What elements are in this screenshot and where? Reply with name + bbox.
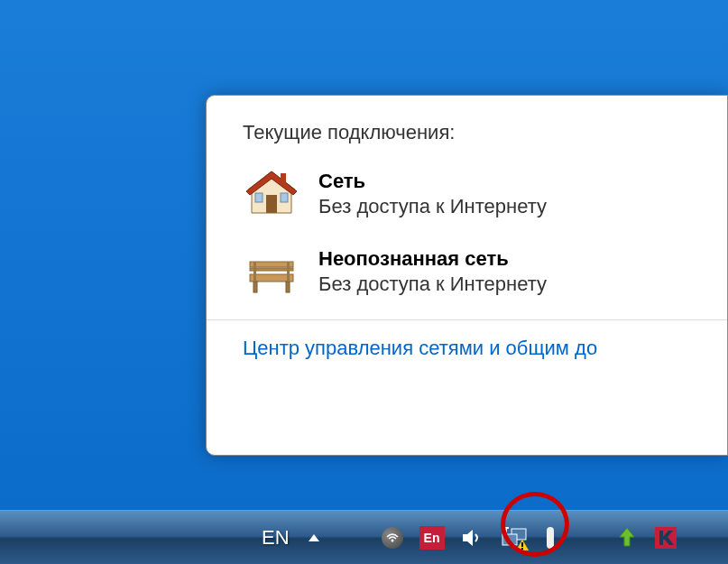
wifi-tray-icon[interactable] bbox=[382, 520, 403, 556]
connection-name: Неопознанная сеть bbox=[318, 247, 547, 271]
warning-overlay-icon bbox=[515, 539, 530, 551]
svg-rect-2 bbox=[266, 195, 277, 213]
svg-rect-6 bbox=[250, 262, 293, 267]
svg-rect-10 bbox=[286, 282, 290, 292]
separator bbox=[207, 319, 727, 320]
connection-name: Сеть bbox=[318, 170, 547, 193]
bench-icon bbox=[243, 245, 300, 296]
connection-text: Сеть Без доступа к Интернету bbox=[318, 168, 547, 218]
svg-rect-21 bbox=[521, 542, 523, 547]
update-tray-icon[interactable] bbox=[616, 520, 638, 556]
connection-status: Без доступа к Интернету bbox=[318, 273, 547, 296]
tray-item-generic[interactable] bbox=[573, 520, 600, 556]
tray-item-white[interactable] bbox=[544, 520, 557, 556]
language-en-box[interactable]: En bbox=[419, 520, 445, 556]
desktop-background: Текущие подключения: Сеть Без доступа к … bbox=[0, 0, 728, 564]
svg-rect-5 bbox=[281, 173, 286, 184]
svg-rect-3 bbox=[255, 193, 263, 202]
connection-text: Неопознанная сеть Без доступа к Интернет… bbox=[318, 245, 547, 296]
svg-marker-15 bbox=[463, 530, 473, 546]
tray-item-generic[interactable] bbox=[338, 520, 365, 556]
taskbar: EN En bbox=[0, 510, 728, 564]
svg-rect-9 bbox=[253, 282, 257, 292]
svg-rect-23 bbox=[547, 527, 554, 549]
svg-rect-12 bbox=[287, 262, 290, 282]
svg-rect-11 bbox=[253, 262, 256, 282]
house-icon bbox=[243, 168, 300, 218]
kaspersky-tray-icon[interactable] bbox=[654, 520, 677, 556]
svg-marker-24 bbox=[620, 528, 634, 546]
network-tray-icon[interactable] bbox=[501, 520, 528, 556]
connection-status: Без доступа к Интернету bbox=[318, 195, 547, 218]
language-indicator[interactable]: EN bbox=[262, 520, 290, 556]
svg-point-14 bbox=[391, 539, 393, 541]
volume-tray-icon[interactable] bbox=[461, 520, 484, 556]
popup-title: Текущие подключения: bbox=[243, 121, 727, 144]
connection-item-network[interactable]: Сеть Без доступа к Интернету bbox=[243, 164, 727, 222]
svg-rect-7 bbox=[250, 268, 293, 271]
network-flyout: Текущие подключения: Сеть Без доступа к … bbox=[206, 95, 728, 456]
svg-rect-4 bbox=[281, 193, 288, 202]
svg-rect-22 bbox=[521, 548, 523, 550]
show-hidden-icons-button[interactable] bbox=[306, 530, 322, 546]
network-center-link[interactable]: Центр управления сетями и общим до bbox=[243, 337, 727, 360]
svg-rect-8 bbox=[250, 274, 293, 282]
connection-item-unidentified[interactable]: Неопознанная сеть Без доступа к Интернет… bbox=[243, 242, 727, 300]
svg-marker-13 bbox=[309, 534, 319, 541]
